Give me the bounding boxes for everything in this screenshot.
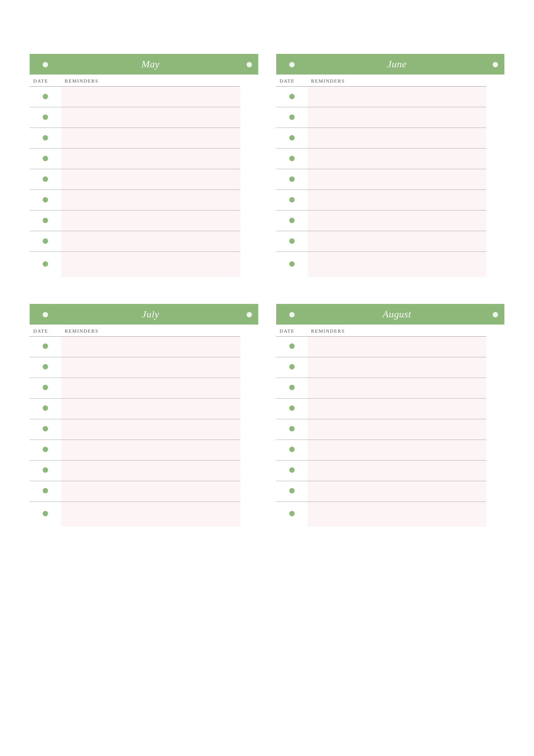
dot-icon [43,511,48,516]
july-reminder-7[interactable] [61,460,240,481]
july-title: July [61,304,240,325]
june-reminder-4[interactable] [308,149,487,169]
page: May DATE REMINDERS [30,54,504,527]
july-row-7 [30,460,258,481]
august-row-3 [276,378,505,398]
august-dot-8 [276,481,308,501]
june-row-9 [276,252,505,277]
august-reminder-3[interactable] [308,378,487,398]
may-row-2 [30,107,258,128]
august-dot-2 [276,357,308,378]
july-dot-9 [30,501,61,527]
dot-icon [43,135,48,141]
august-reminder-2[interactable] [308,357,487,378]
august-reminder-9[interactable] [308,501,487,527]
may-dot-3 [30,128,61,149]
dot-icon [289,467,295,473]
june-reminders-label: REMINDERS [308,75,487,87]
july-header: July [30,304,258,325]
dot-icon [43,218,48,223]
june-reminder-2[interactable] [308,107,487,128]
dot-icon [289,62,295,67]
july-dot-4 [30,398,61,419]
may-reminder-9[interactable] [61,252,240,277]
dot-icon [43,312,48,317]
may-row-5 [30,169,258,190]
june-subheader: DATE REMINDERS [276,75,505,87]
dot-icon [289,176,295,182]
june-reminder-5[interactable] [308,169,487,190]
may-reminder-2[interactable] [61,107,240,128]
june-row-2 [276,107,505,128]
july-reminder-9[interactable] [61,501,240,527]
dot-icon [289,218,295,223]
july-row-5 [30,419,258,440]
august-reminder-1[interactable] [308,336,487,357]
may-row-6 [30,190,258,211]
june-reminder-3[interactable] [308,128,487,149]
august-reminder-7[interactable] [308,460,487,481]
dot-icon [289,114,295,120]
dot-icon [493,312,498,317]
june-dot-2 [276,107,308,128]
july-reminder-6[interactable] [61,440,240,460]
june-date-label: DATE [276,75,308,87]
july-reminder-3[interactable] [61,378,240,398]
june-reminder-6[interactable] [308,190,487,211]
august-dot-4 [276,398,308,419]
dot-icon [43,238,48,244]
june-row-6 [276,190,505,211]
top-row: May DATE REMINDERS [30,54,504,277]
july-row-8 [30,481,258,501]
july-row-2 [30,357,258,378]
may-row-1 [30,87,258,107]
june-dot-5 [276,169,308,190]
may-reminder-8[interactable] [61,231,240,252]
august-row-7 [276,460,505,481]
may-reminder-3[interactable] [61,128,240,149]
dot-icon [289,135,295,141]
august-reminder-8[interactable] [308,481,487,501]
august-reminder-6[interactable] [308,440,487,460]
may-reminder-4[interactable] [61,149,240,169]
august-dot-right [486,304,504,325]
june-reminder-9[interactable] [308,252,487,277]
dot-icon [43,156,48,161]
may-dot-5 [30,169,61,190]
august-reminder-5[interactable] [308,419,487,440]
may-dot-right [240,54,258,75]
may-reminder-7[interactable] [61,211,240,231]
july-reminder-8[interactable] [61,481,240,501]
dot-icon [289,364,295,369]
july-row-3 [30,378,258,398]
july-reminder-4[interactable] [61,398,240,419]
may-dot-7 [30,211,61,231]
dot-icon [43,364,48,369]
june-row-7 [276,211,505,231]
august-reminder-4[interactable] [308,398,487,419]
dot-icon [289,511,295,516]
dot-icon [43,197,48,202]
bottom-row: July DATE REMINDERS [30,304,504,527]
may-reminder-1[interactable] [61,87,240,107]
july-reminder-5[interactable] [61,419,240,440]
dot-icon [493,62,498,67]
may-dot-9 [30,252,61,277]
july-dot-7 [30,460,61,481]
july-reminder-2[interactable] [61,357,240,378]
july-dot-1 [30,336,61,357]
june-reminder-1[interactable] [308,87,487,107]
dot-icon [289,238,295,244]
june-dot-9 [276,252,308,277]
may-dot-6 [30,190,61,211]
august-row-1 [276,336,505,357]
may-reminder-5[interactable] [61,169,240,190]
august-row-8 [276,481,505,501]
may-reminder-6[interactable] [61,190,240,211]
june-reminder-7[interactable] [308,211,487,231]
august-row-2 [276,357,505,378]
july-reminder-1[interactable] [61,336,240,357]
june-reminder-8[interactable] [308,231,487,252]
dot-icon [43,62,48,67]
dot-icon [43,426,48,431]
